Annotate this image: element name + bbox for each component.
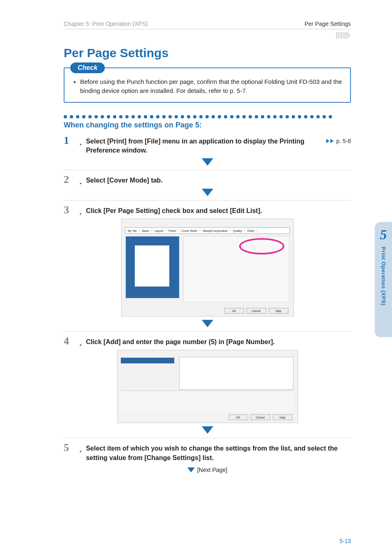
screenshot-edit-list: OK Cancel Help [117,350,298,423]
step-divider [64,200,351,201]
page-number-panel [121,358,174,363]
step-5: 5 . Select item of which you wish to cha… [64,442,351,462]
next-page-label: [Next Page] [197,467,227,473]
step-1-ref[interactable]: p. 5-8 [326,135,351,144]
dotted-divider [64,114,351,119]
header-ornament [64,32,351,39]
step-dot-icon: . [79,445,82,454]
step-5-text: Select item of which you wish to change … [86,442,351,462]
section-label: Per Page Settings [304,21,351,27]
check-bullet: Before using the Punch function per page… [71,77,344,95]
screenshot-printing-preferences: My TabBasicLayoutFinishCover ModeStamp/C… [121,219,294,317]
side-chapter-number: 5 [380,227,387,243]
step-2-number: 2 [64,174,76,185]
help-button[interactable]: Help [269,308,288,314]
step-4: 4 . Click [Add] and enter the page numbe… [64,336,351,347]
check-pill: Check [70,62,105,73]
highlight-ring-icon [239,238,284,254]
chapter-side-tab: 5 Print Operation (XPS) [375,222,392,337]
side-chapter-label: Print Operation (XPS) [380,247,387,305]
step-2-text: Select [Cover Mode] tab. [86,174,351,185]
step-5-number: 5 [64,442,76,453]
page-title: Per Page Settings [64,46,351,60]
settings-list [179,357,293,390]
flow-arrow-icon [202,320,213,327]
step-dot-icon: . [79,138,82,147]
step-divider [64,438,351,438]
sub-heading: When changing the settings on Page 5: [64,121,351,130]
step-4-number: 4 [64,336,76,347]
help-button[interactable]: Help [273,414,293,420]
check-callout: Check Before using the Punch function pe… [64,67,351,103]
dialog-buttons: OK Cancel Help [228,414,293,420]
ok-button[interactable]: OK [224,308,244,314]
next-page-row[interactable]: [Next Page] [64,467,351,473]
step-1: 1 . Select [Print] from [File] menu in a… [64,135,351,155]
ok-button[interactable]: OK [228,414,248,420]
step-3-text: Click [Per Page Setting] check box and s… [86,205,351,215]
reference-arrow-icon [330,139,334,143]
reference-arrow-icon [326,139,330,143]
flow-arrow-icon [202,158,213,166]
step-1-text: Select [Print] from [File] menu in an ap… [86,135,314,155]
step-dot-icon: . [79,338,82,347]
flow-arrow-icon [202,426,213,434]
step-divider [64,170,351,170]
cancel-button[interactable]: Cancel [251,414,270,420]
page-number: 5-13 [339,538,351,544]
page-header: Chapter 5: Print Operation (XPS) Per Pag… [64,21,351,30]
dialog-buttons: OK Cancel Help [224,308,288,314]
step-1-number: 1 [64,135,76,146]
step-dot-icon: . [79,177,82,186]
step-dot-icon: . [79,207,82,216]
dialog-tabs: My TabBasicLayoutFinishCover ModeStamp/C… [125,227,290,234]
cancel-button[interactable]: Cancel [247,308,266,314]
chapter-label: Chapter 5: Print Operation (XPS) [64,21,148,27]
step-1-ref-text: p. 5-8 [336,138,351,144]
step-4-text: Click [Add] and enter the page number (5… [86,336,351,347]
step-divider [64,331,351,332]
step-3-number: 3 [64,205,76,215]
step-3: 3 . Click [Per Page Setting] check box a… [64,205,351,215]
flow-arrow-icon [202,189,213,196]
page-preview [126,236,179,298]
step-2: 2 . Select [Cover Mode] tab. [64,174,351,185]
next-arrow-icon [187,467,195,472]
add-edit-panel [121,391,293,412]
